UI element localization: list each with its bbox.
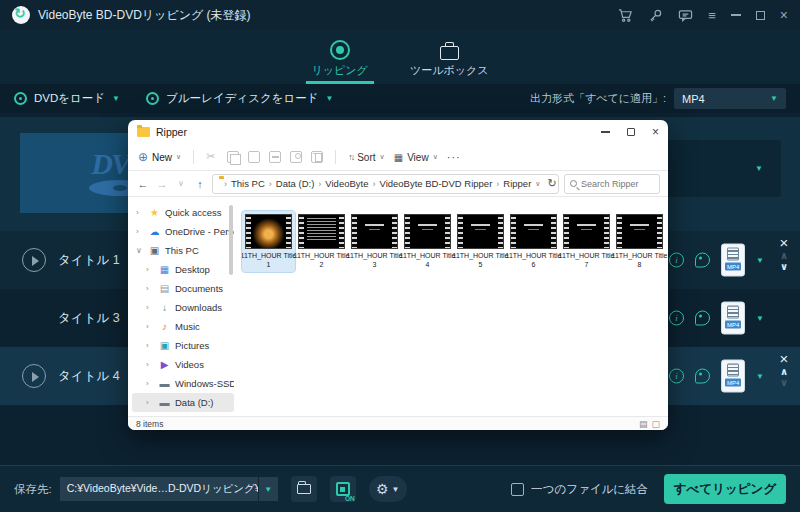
remove-icon[interactable]: × (780, 352, 789, 366)
sidebar-item-network[interactable]: › ▥ Network (132, 412, 234, 416)
history-chevron-icon[interactable]: ∨ (174, 179, 188, 188)
file-item[interactable]: 11TH_HOUR Title5 (454, 211, 507, 272)
sidebar-item-windows-ssd[interactable]: › ▬ Windows-SSD (C:) (132, 374, 234, 393)
breadcrumb-data-d[interactable]: Data (D:) (276, 178, 315, 189)
explorer-close-button[interactable]: × (652, 127, 659, 137)
maximize-button[interactable] (756, 11, 765, 20)
sidebar-item-videos[interactable]: › ▶ Videos (132, 355, 234, 374)
share-icon[interactable] (290, 151, 302, 163)
info-icon[interactable]: i (669, 311, 684, 326)
gpu-acceleration-button[interactable]: ON (330, 476, 356, 502)
move-down-icon[interactable]: ∨ (780, 377, 788, 388)
tab-ripping[interactable]: リッピング (306, 40, 374, 84)
sidebar-item-pictures[interactable]: › ▣ Pictures (132, 336, 234, 355)
up-arrow-icon[interactable]: ↑ (193, 178, 207, 190)
breadcrumb-this-pc[interactable]: This PC (231, 178, 265, 189)
forward-arrow-icon[interactable]: → (155, 178, 169, 190)
sidebar-item-quick-access[interactable]: › ★ Quick access (132, 203, 234, 222)
sidebar-item-onedrive[interactable]: › ☁ OneDrive - Personal (132, 222, 234, 241)
save-path-input[interactable]: C:¥VideoByte¥Vide…D-DVDリッピング¥Ripper (60, 477, 258, 501)
load-bluray-dropdown-icon[interactable]: ▼ (325, 94, 333, 103)
cut-icon[interactable] (206, 151, 218, 163)
chevron-right-icon[interactable]: › (146, 360, 154, 369)
move-down-icon[interactable]: ∨ (780, 261, 788, 272)
info-icon[interactable]: i (669, 369, 684, 384)
sort-button[interactable]: ↑↓ Sort ∨ (348, 152, 384, 163)
load-dvd-button[interactable]: DVDをロード ▼ (14, 91, 120, 106)
menu-icon[interactable]: ≡ (708, 9, 716, 22)
settings-button[interactable]: ⚙ ▼ (369, 476, 407, 502)
sidebar-item-documents[interactable]: › ▤ Documents (132, 279, 234, 298)
play-icon[interactable] (22, 364, 46, 388)
move-up-icon[interactable]: ∧ (780, 250, 788, 261)
view-button[interactable]: ▦ View ∨ (394, 152, 438, 163)
chevron-right-icon[interactable]: › (136, 208, 144, 217)
sidebar-item-this-pc[interactable]: ∨ ▣ This PC (132, 241, 234, 260)
file-item[interactable]: 11TH_HOUR Title4 (401, 211, 454, 272)
effects-palette-icon[interactable] (695, 253, 710, 268)
chevron-right-icon[interactable]: › (146, 322, 154, 331)
merge-checkbox[interactable] (511, 483, 524, 496)
chevron-right-icon[interactable]: › (146, 265, 154, 274)
explorer-maximize-button[interactable] (627, 128, 635, 136)
explorer-minimize-button[interactable] (601, 131, 610, 133)
breadcrumb-videobyte[interactable]: VideoByte (325, 178, 368, 189)
file-item[interactable]: 11TH_HOUR Title6 (507, 211, 560, 272)
file-item[interactable]: 11TH_HOUR Title3 (348, 211, 401, 272)
format-dropdown-icon[interactable]: ▼ (756, 314, 764, 323)
save-path-dropdown[interactable]: ▼ (259, 477, 278, 501)
chevron-down-icon[interactable]: ∨ (136, 246, 144, 255)
open-folder-button[interactable] (291, 476, 317, 502)
chevron-right-icon[interactable]: › (136, 227, 144, 236)
list-view-icon[interactable]: ▤ (639, 419, 648, 429)
minimize-button[interactable] (731, 14, 741, 16)
output-format-select[interactable]: MP4 ▼ (674, 88, 786, 109)
format-badge[interactable]: MP4 (721, 302, 745, 335)
sidebar-item-data-d[interactable]: › ▬ Data (D:) (132, 393, 234, 412)
copy-icon[interactable] (227, 151, 239, 163)
sidebar-item-downloads[interactable]: › ↓ Downloads (132, 298, 234, 317)
merge-option[interactable]: 一つのファイルに結合 (511, 482, 648, 497)
chevron-right-icon[interactable]: › (146, 398, 154, 407)
sidebar-scrollbar[interactable] (229, 205, 233, 275)
chevron-right-icon[interactable]: › (146, 284, 154, 293)
explorer-titlebar[interactable]: Ripper × (128, 120, 668, 144)
delete-icon[interactable] (311, 151, 323, 163)
sidebar-item-music[interactable]: › ♪ Music (132, 317, 234, 336)
chevron-right-icon[interactable]: › (146, 341, 154, 350)
sidebar-item-desktop[interactable]: › ▦ Desktop (132, 260, 234, 279)
chevron-right-icon[interactable]: › (146, 379, 154, 388)
feedback-icon[interactable] (678, 8, 693, 23)
breadcrumb-ripper-app[interactable]: VideoByte BD-DVD Ripper (379, 178, 492, 189)
move-up-icon[interactable]: ∧ (780, 366, 788, 377)
register-key-icon[interactable] (648, 8, 663, 23)
explorer-window[interactable]: Ripper × ⊕ New ∨ ↑↓ Sort ∨ ▦ View ∨ (128, 120, 668, 430)
breadcrumb-ripper[interactable]: Ripper (503, 178, 531, 189)
load-dvd-dropdown-icon[interactable]: ▼ (112, 94, 120, 103)
new-button[interactable]: ⊕ New ∨ (138, 150, 181, 164)
format-badge[interactable]: MP4 (721, 360, 745, 393)
load-bluray-button[interactable]: ブルーレイディスクをロード ▼ (146, 91, 333, 106)
file-item[interactable]: 11TH_HOUR Title8 (613, 211, 666, 272)
format-dropdown-icon[interactable]: ▼ (756, 372, 764, 381)
play-icon[interactable] (22, 248, 46, 272)
tab-toolbox[interactable]: ツールボックス (404, 40, 495, 84)
info-icon[interactable]: i (669, 253, 684, 268)
breadcrumb[interactable]: › This PC › Data (D:) › VideoByte › Vide… (212, 174, 559, 194)
paste-icon[interactable] (248, 151, 260, 163)
refresh-icon[interactable]: ↻ (547, 177, 556, 190)
remove-icon[interactable]: × (780, 236, 789, 250)
more-options-button[interactable]: ··· (447, 151, 461, 163)
cart-icon[interactable] (618, 8, 633, 23)
format-dropdown-icon[interactable]: ▼ (756, 256, 764, 265)
effects-palette-icon[interactable] (695, 311, 710, 326)
file-item[interactable]: 11TH_HOUR Title1 (242, 211, 295, 272)
dvd-panel-dropdown-icon[interactable]: ▼ (755, 164, 763, 173)
search-input[interactable] (581, 179, 654, 189)
back-arrow-icon[interactable]: ← (136, 178, 150, 190)
file-item[interactable]: 11TH_HOUR Title7 (560, 211, 613, 272)
address-dropdown-icon[interactable]: ∨ (535, 180, 540, 188)
close-button[interactable]: × (780, 9, 788, 22)
effects-palette-icon[interactable] (695, 369, 710, 384)
rename-icon[interactable] (269, 151, 281, 163)
